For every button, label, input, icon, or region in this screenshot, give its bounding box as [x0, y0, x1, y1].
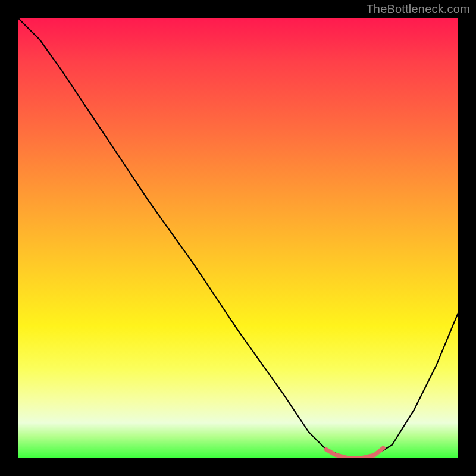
- chart-frame: TheBottleneck.com: [0, 0, 476, 476]
- optimal-range-highlight: [326, 448, 383, 458]
- bottleneck-curve: [18, 18, 458, 458]
- plot-area: [18, 18, 458, 458]
- curve-layer: [18, 18, 458, 458]
- watermark: TheBottleneck.com: [366, 2, 470, 16]
